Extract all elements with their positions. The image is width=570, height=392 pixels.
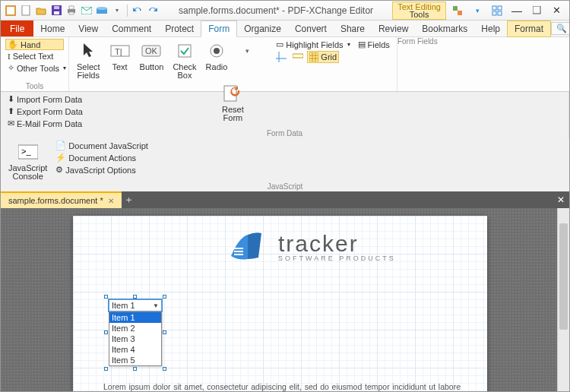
tab-view[interactable]: View: [71, 21, 105, 36]
doc-actions-button[interactable]: ⚡Document Actions: [53, 152, 150, 163]
text-cursor-icon: I: [8, 52, 11, 61]
customize-icon[interactable]: [489, 4, 505, 17]
close-document-button[interactable]: ✕: [553, 191, 569, 208]
new-icon[interactable]: [19, 4, 33, 17]
tools-icon: ✧: [8, 63, 14, 73]
contextual-tab-label: Text EditingTools: [392, 2, 446, 20]
import-form-data-button[interactable]: ⬇Import Form Data: [5, 93, 85, 105]
maximize-icon[interactable]: [528, 4, 545, 17]
tab-share[interactable]: Share: [334, 21, 372, 36]
checkbox-icon: [174, 40, 195, 62]
svg-rect-16: [492, 11, 496, 15]
guides-button[interactable]: [274, 51, 289, 63]
checkbox-field-button[interactable]: Check Box: [169, 39, 199, 81]
js-console-button[interactable]: >_JavaScript Console: [5, 140, 50, 182]
rulers-button[interactable]: [290, 51, 306, 63]
find-button[interactable]: 🔍Find...: [551, 22, 570, 35]
tab-convert[interactable]: Convert: [288, 21, 334, 36]
redo-icon[interactable]: [146, 4, 160, 17]
open-icon[interactable]: [34, 4, 48, 17]
new-tab-button[interactable]: ＋: [122, 191, 137, 208]
qat-dropdown-icon[interactable]: ▾: [110, 4, 124, 17]
tab-comment[interactable]: Comment: [105, 21, 158, 36]
tab-form[interactable]: Form: [201, 21, 237, 37]
find-icon: 🔍: [556, 24, 567, 33]
rulers-icon: [293, 52, 303, 62]
list-item[interactable]: Item 4: [109, 344, 161, 355]
select-text-button[interactable]: ISelect Text: [5, 51, 64, 62]
button-field-button[interactable]: OKButton: [137, 39, 167, 73]
tab-protect[interactable]: Protect: [158, 21, 201, 36]
bolt-icon: ⚡: [55, 153, 66, 163]
app-icon: [4, 4, 17, 17]
text-field-button[interactable]: T|Text: [106, 39, 134, 73]
svg-point-11: [97, 7, 107, 10]
svg-rect-17: [498, 11, 502, 15]
svg-rect-23: [179, 45, 191, 57]
fields-pane-button[interactable]: ▤Fields: [356, 39, 392, 50]
list-item[interactable]: Item 1: [109, 312, 161, 323]
radio-icon: [206, 40, 227, 62]
grid-button[interactable]: Grid: [307, 51, 339, 63]
tab-help[interactable]: Help: [474, 21, 507, 36]
ui-options-icon[interactable]: [449, 4, 466, 17]
console-icon: >_: [17, 141, 39, 163]
combobox-field[interactable]: Item 1▼ Item 1 Item 2 Item 3 Item 4 Item…: [109, 299, 162, 366]
radio-field-button[interactable]: Radio: [203, 39, 231, 73]
fields-pane-icon: ▤: [358, 40, 366, 49]
hand-tool-button[interactable]: ✋Hand: [5, 39, 64, 50]
scan-icon[interactable]: [95, 4, 109, 17]
document-tab-bar: sample.forms.document *✕ ＋ ✕: [1, 191, 569, 208]
vertical-scrollbar[interactable]: [557, 208, 569, 392]
list-item[interactable]: Item 5: [109, 355, 161, 365]
logo-text: tracker: [278, 231, 396, 257]
document-viewport[interactable]: trackerSOFTWARE PRODUCTS Item 1▼ Item 1 …: [1, 208, 569, 392]
email-icon[interactable]: [80, 4, 93, 17]
guides-icon: [276, 52, 287, 62]
logo: trackerSOFTWARE PRODUCTS: [225, 227, 396, 265]
list-item[interactable]: Item 3: [109, 334, 161, 344]
svg-rect-7: [69, 6, 74, 9]
cursor-icon: [78, 40, 99, 62]
svg-rect-13: [458, 11, 462, 15]
scrollbar-thumb[interactable]: [559, 223, 568, 330]
combobox-dropdown[interactable]: Item 1 Item 2 Item 3 Item 4 Item 5: [109, 311, 162, 366]
tab-review[interactable]: Review: [372, 21, 415, 36]
print-icon[interactable]: [65, 4, 78, 17]
close-icon[interactable]: ✕: [548, 4, 565, 17]
list-item[interactable]: Item 2: [109, 323, 161, 334]
highlight-fields-button[interactable]: ▭Highlight Fields▾: [274, 39, 352, 50]
svg-rect-28: [293, 54, 303, 58]
more-fields-button[interactable]: ▾: [233, 39, 261, 63]
tab-close-icon[interactable]: ✕: [108, 197, 114, 205]
highlight-icon: ▭: [276, 40, 283, 49]
tab-format[interactable]: Format: [507, 21, 551, 37]
email-form-data-button[interactable]: ✉E-Mail Form Data: [5, 118, 85, 129]
qat-dropdown2-icon[interactable]: ▾: [469, 4, 486, 17]
save-icon[interactable]: [49, 4, 63, 17]
tab-bookmarks[interactable]: Bookmarks: [415, 21, 474, 36]
import-icon: ⬇: [8, 94, 14, 104]
select-fields-button[interactable]: Select Fields: [74, 39, 103, 81]
group-javascript-label: JavaScript: [5, 182, 565, 191]
body-paragraph-1: Lorem ipsum dolor sit amet, consectetur …: [103, 381, 461, 392]
title-bar: ▾ sample.forms.document* - PDF-XChange E…: [1, 1, 569, 21]
svg-text:OK: OK: [145, 46, 158, 55]
js-options-button[interactable]: ⚙JavaScript Options: [53, 164, 150, 175]
file-tab[interactable]: File: [1, 21, 33, 36]
svg-rect-8: [69, 12, 74, 14]
export-form-data-button[interactable]: ⬆Export Form Data: [5, 106, 85, 117]
export-icon: ⬆: [8, 106, 14, 116]
other-tools-button[interactable]: ✧Other Tools▾: [5, 62, 64, 74]
svg-rect-4: [54, 11, 59, 14]
group-tools-label: Tools: [5, 82, 64, 91]
undo-icon[interactable]: [131, 4, 144, 17]
tab-home[interactable]: Home: [33, 21, 71, 36]
button-icon: OK: [141, 40, 162, 62]
tab-organize[interactable]: Organize: [237, 21, 288, 36]
minimize-icon[interactable]: —: [508, 4, 525, 17]
combobox-value[interactable]: Item 1▼: [109, 299, 162, 311]
doc-js-button[interactable]: 📄Document JavaScript: [53, 140, 150, 151]
document-tab[interactable]: sample.forms.document *✕: [1, 191, 122, 208]
ribbon: ✋Hand ISelect Text ✧Other Tools▾ Tools S…: [1, 37, 569, 92]
